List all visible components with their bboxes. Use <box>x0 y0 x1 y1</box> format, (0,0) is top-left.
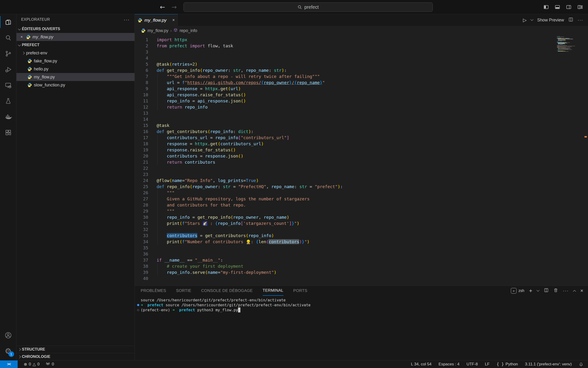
code-line[interactable]: 20 contributors = response.json() <box>135 153 588 159</box>
eol-status[interactable]: LF <box>485 362 490 367</box>
code-line[interactable]: 24@flow(name="Repo Info", log_prints=Tru… <box>135 177 588 184</box>
open-editors-section[interactable]: ÉDITEURS OUVERTS <box>17 25 134 33</box>
split-terminal-icon[interactable] <box>544 288 549 294</box>
panel-tab-sortie[interactable]: SORTIE <box>176 286 192 296</box>
code-line[interactable]: 21 return contributors <box>135 159 588 165</box>
command-decoration-icon[interactable] <box>137 303 141 307</box>
code-line[interactable]: 30 repo_info = get_repo_info(repo_owner,… <box>135 214 588 220</box>
terminal-content[interactable]: source /Users/henricourdent/git/prefect/… <box>135 296 588 360</box>
extensions-icon[interactable] <box>0 125 17 140</box>
language-status[interactable]: { } Python <box>497 362 518 367</box>
customize-layout-icon[interactable] <box>577 4 583 10</box>
code-line[interactable]: 22 <box>135 165 588 171</box>
history-back-button[interactable]: ← <box>160 4 165 11</box>
panel-tab-console-de-d-bogage[interactable]: CONSOLE DE DÉBOGAGE <box>201 286 253 296</box>
code-line[interactable]: 19 response.raise_for_status() <box>135 147 588 153</box>
code-line[interactable]: 10 api_response.raise_for_status() <box>135 92 588 98</box>
cursor-position-status[interactable]: L 34, col 54 <box>411 362 431 367</box>
remote-indicator[interactable]: >< <box>0 360 18 368</box>
source-control-icon[interactable] <box>0 46 17 61</box>
open-editor-item[interactable]: × my_flow.py <box>17 33 134 41</box>
code-line[interactable]: 6def get_repo_info(repo_owner: str, repo… <box>135 67 588 74</box>
terminal-dropdown-chevron-icon[interactable] <box>536 288 540 292</box>
toggle-primary-sidebar-icon[interactable] <box>543 4 549 10</box>
remote-explorer-icon[interactable] <box>0 77 17 93</box>
code-line[interactable]: 26 """ <box>135 190 588 196</box>
code-line[interactable]: 39 repo_info.serve(name="my-first-deploy… <box>135 269 588 276</box>
tab-close-icon[interactable]: × <box>172 18 175 23</box>
project-section[interactable]: PREFECT <box>17 41 134 49</box>
file-tree-item[interactable]: my_flow.py <box>17 73 134 81</box>
code-line[interactable]: 2from prefect import flow, task <box>135 43 588 49</box>
code-line[interactable]: 33 contributors = get_contributors(repo_… <box>135 233 588 239</box>
settings-gear-icon[interactable]: ⚙ 1 <box>0 343 17 359</box>
code-editor[interactable]: 1import httpx2from prefect import flow, … <box>135 35 588 285</box>
code-line[interactable]: 9 api_response = httpx.get(url) <box>135 86 588 92</box>
code-line[interactable]: 4 <box>135 55 588 61</box>
run-debug-icon[interactable] <box>0 61 17 77</box>
code-line[interactable]: 13 <box>135 110 588 116</box>
code-line[interactable]: 14 <box>135 116 588 122</box>
code-line[interactable]: 7 """Get info about a repo - will retry … <box>135 74 588 80</box>
split-editor-icon[interactable] <box>568 17 573 23</box>
tab-my-flow[interactable]: my_flow.py × <box>135 14 178 26</box>
code-line[interactable]: 40 <box>135 276 588 282</box>
close-icon[interactable]: × <box>19 35 24 39</box>
run-python-file-button[interactable]: ▷ <box>523 17 527 23</box>
code-line[interactable]: 38 # create your first deployment <box>135 263 588 269</box>
code-line[interactable]: 12 return repo_info <box>135 104 588 110</box>
code-line[interactable]: 1import httpx <box>135 37 588 43</box>
panel-tab-probl-mes[interactable]: PROBLÈMES <box>141 286 166 296</box>
code-line[interactable]: 18 response = httpx.get(contributors_url… <box>135 141 588 147</box>
code-line[interactable]: 23 <box>135 171 588 177</box>
file-tree-item[interactable]: fake_flow.py <box>17 57 134 65</box>
code-line[interactable]: 16def get_contributors(repo_info: dict): <box>135 129 588 135</box>
code-line[interactable]: 36 <box>135 251 588 257</box>
code-line[interactable]: 15@task <box>135 122 588 129</box>
shell-badge[interactable]: > zsh <box>511 288 524 294</box>
code-line[interactable]: 27 Given a GitHub repository, logs the n… <box>135 196 588 202</box>
code-line[interactable]: 31 print(f"Stars 🌠 : {repo_info['stargaz… <box>135 220 588 227</box>
problems-status[interactable]: ⊗ 0 △ 0 <box>24 362 40 367</box>
notifications-bell-icon[interactable] <box>579 362 583 367</box>
explorer-icon[interactable] <box>0 14 17 30</box>
file-tree-item[interactable]: prefect-env <box>17 49 134 57</box>
command-decoration-icon[interactable] <box>137 307 141 313</box>
docker-icon[interactable] <box>0 109 17 125</box>
testing-icon[interactable] <box>0 93 17 109</box>
code-line[interactable]: 28 and contributors for that repo. <box>135 202 588 208</box>
structure-section[interactable]: STRUCTURE <box>17 346 134 353</box>
code-line[interactable]: 32 <box>135 227 588 233</box>
code-line[interactable]: 25def repo_info(repo_owner: str = "Prefe… <box>135 184 588 190</box>
code-line[interactable]: 5@task(retries=2) <box>135 61 588 67</box>
indentation-status[interactable]: Espaces : 4 <box>439 362 460 367</box>
close-panel-icon[interactable]: × <box>580 288 583 294</box>
kill-terminal-trash-icon[interactable] <box>553 288 558 294</box>
run-options-chevron-icon[interactable] <box>530 18 534 21</box>
code-line[interactable]: 35 <box>135 245 588 251</box>
panel-tab-terminal[interactable]: TERMINAL <box>263 286 283 296</box>
python-interpreter-status[interactable]: 3.11.1 ('prefect-env': venv) <box>525 362 572 367</box>
toggle-panel-icon[interactable] <box>555 4 560 10</box>
file-tree-item[interactable]: slow_function.py <box>17 81 134 89</box>
history-forward-button[interactable]: → <box>172 4 177 11</box>
minimap[interactable] <box>557 36 579 52</box>
code-line[interactable]: 3 <box>135 49 588 55</box>
command-center-search[interactable]: prefect <box>184 2 433 12</box>
panel-more-actions-icon[interactable]: ··· <box>563 288 569 293</box>
breadcrumb[interactable]: my_flow.py › repo_info <box>135 26 588 35</box>
code-line[interactable]: 8 url = f"https://api.github.com/repos/{… <box>135 80 588 86</box>
ports-status[interactable]: 0 <box>46 361 54 367</box>
file-tree-item[interactable]: hello.py <box>17 65 134 73</box>
code-line[interactable]: 29 """ <box>135 208 588 214</box>
code-line[interactable]: 37if __name__ == "__main__": <box>135 257 588 263</box>
show-preview-button[interactable]: Show Preview <box>537 18 564 23</box>
maximize-panel-chevron-icon[interactable] <box>573 290 576 293</box>
code-line[interactable]: 34 print(f"Number of contributors 👷: {le… <box>135 239 588 245</box>
timeline-section[interactable]: CHRONOLOGIE <box>17 353 134 360</box>
code-line[interactable]: 11 repo_info = api_response.json() <box>135 98 588 104</box>
panel-tab-ports[interactable]: PORTS <box>293 286 307 296</box>
explorer-more-actions[interactable]: ··· <box>124 17 130 22</box>
more-actions-icon[interactable]: ··· <box>578 18 583 23</box>
account-icon[interactable] <box>0 327 17 343</box>
